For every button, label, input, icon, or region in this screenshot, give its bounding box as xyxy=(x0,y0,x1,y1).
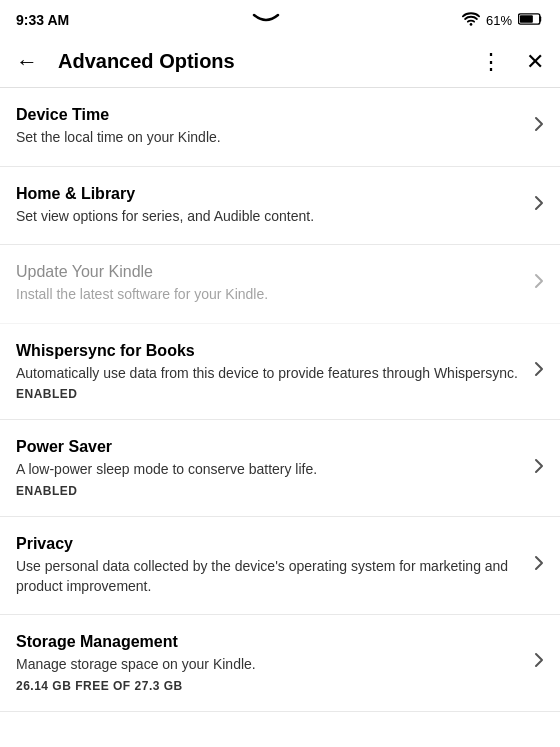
menu-item-desc-whispersync: Automatically use data from this device … xyxy=(16,364,522,384)
menu-item-desc-update-kindle: Install the latest software for your Kin… xyxy=(16,285,522,305)
menu-item-desc-privacy: Use personal data collected by the devic… xyxy=(16,557,522,596)
menu-item-update-kindle: Update Your KindleInstall the latest sof… xyxy=(0,245,560,324)
chevron-icon-whispersync xyxy=(534,361,544,382)
menu-item-storage[interactable]: Storage ManagementManage storage space o… xyxy=(0,615,560,712)
menu-item-content-device-time: Device TimeSet the local time on your Ki… xyxy=(16,106,534,148)
menu-item-desc-home-library: Set view options for series, and Audible… xyxy=(16,207,522,227)
menu-item-content-home-library: Home & LibrarySet view options for serie… xyxy=(16,185,534,227)
menu-item-status-power-saver: ENABLED xyxy=(16,484,522,498)
menu-item-title-home-library: Home & Library xyxy=(16,185,522,203)
chevron-icon-power-saver xyxy=(534,458,544,479)
battery-icon xyxy=(518,12,544,29)
svg-rect-2 xyxy=(520,15,533,22)
status-bar: 9:33 AM 61% xyxy=(0,0,560,36)
menu-item-title-privacy: Privacy xyxy=(16,535,522,553)
menu-item-desc-storage: Manage storage space on your Kindle. xyxy=(16,655,522,675)
menu-item-status-storage: 26.14 GB FREE OF 27.3 GB xyxy=(16,679,522,693)
more-options-button[interactable]: ⋮ xyxy=(476,47,506,77)
menu-list: Device TimeSet the local time on your Ki… xyxy=(0,88,560,712)
nav-left: ← Advanced Options xyxy=(12,47,235,77)
menu-item-content-privacy: PrivacyUse personal data collected by th… xyxy=(16,535,534,596)
menu-item-privacy[interactable]: PrivacyUse personal data collected by th… xyxy=(0,517,560,615)
nav-bar: ← Advanced Options ⋮ ✕ xyxy=(0,36,560,88)
menu-item-title-whispersync: Whispersync for Books xyxy=(16,342,522,360)
chevron-icon-home-library xyxy=(534,195,544,216)
menu-item-status-whispersync: ENABLED xyxy=(16,387,522,401)
menu-item-desc-power-saver: A low-power sleep mode to conserve batte… xyxy=(16,460,522,480)
chevron-icon-privacy xyxy=(534,555,544,576)
nav-right: ⋮ ✕ xyxy=(476,47,548,77)
menu-item-title-device-time: Device Time xyxy=(16,106,522,124)
menu-item-home-library[interactable]: Home & LibrarySet view options for serie… xyxy=(0,167,560,246)
menu-item-title-storage: Storage Management xyxy=(16,633,522,651)
menu-item-device-time[interactable]: Device TimeSet the local time on your Ki… xyxy=(0,88,560,167)
status-center xyxy=(246,7,286,33)
status-time: 9:33 AM xyxy=(16,12,69,28)
chevron-icon-storage xyxy=(534,652,544,673)
close-button[interactable]: ✕ xyxy=(522,47,548,77)
amazon-smile-icon xyxy=(246,7,286,33)
menu-item-desc-device-time: Set the local time on your Kindle. xyxy=(16,128,522,148)
menu-item-power-saver[interactable]: Power SaverA low-power sleep mode to con… xyxy=(0,420,560,517)
menu-item-title-update-kindle: Update Your Kindle xyxy=(16,263,522,281)
svg-point-0 xyxy=(470,23,473,26)
wifi-icon xyxy=(462,12,480,29)
chevron-icon-device-time xyxy=(534,116,544,137)
menu-item-content-power-saver: Power SaverA low-power sleep mode to con… xyxy=(16,438,534,498)
menu-item-whispersync[interactable]: Whispersync for BooksAutomatically use d… xyxy=(0,324,560,421)
menu-item-content-whispersync: Whispersync for BooksAutomatically use d… xyxy=(16,342,534,402)
menu-item-title-power-saver: Power Saver xyxy=(16,438,522,456)
battery-percent: 61% xyxy=(486,13,512,28)
chevron-icon-update-kindle xyxy=(534,273,544,294)
page-title: Advanced Options xyxy=(58,50,235,73)
menu-item-content-storage: Storage ManagementManage storage space o… xyxy=(16,633,534,693)
status-right: 61% xyxy=(462,12,544,29)
back-button[interactable]: ← xyxy=(12,47,42,77)
menu-item-content-update-kindle: Update Your KindleInstall the latest sof… xyxy=(16,263,534,305)
